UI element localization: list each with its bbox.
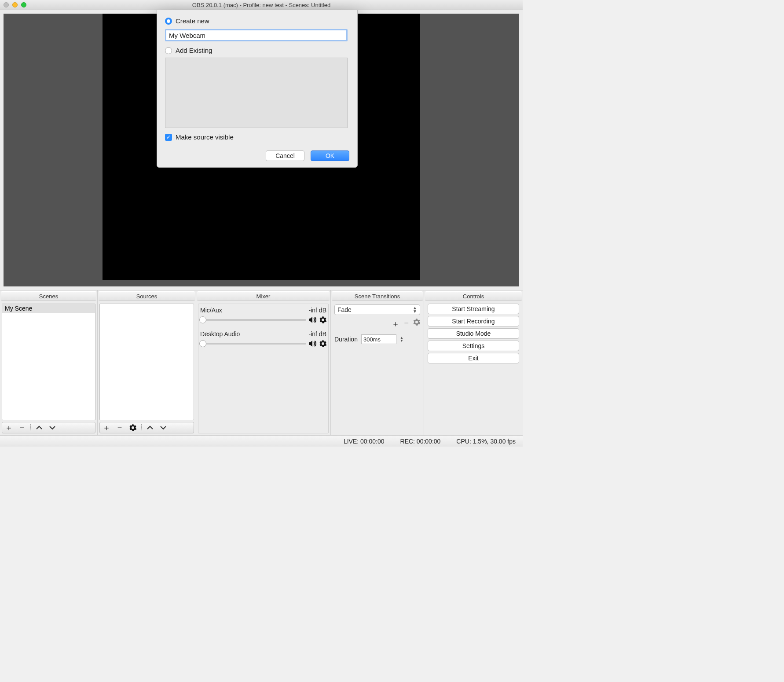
mixer-channel-level: -inf dB bbox=[309, 330, 326, 337]
scenes-list[interactable]: My Scene bbox=[2, 304, 95, 420]
create-new-option[interactable]: Create new bbox=[165, 17, 349, 25]
status-bar: LIVE: 00:00:00 REC: 00:00:00 CPU: 1.5%, … bbox=[0, 435, 523, 447]
minus-icon: − bbox=[117, 423, 122, 433]
existing-sources-list[interactable] bbox=[165, 58, 348, 128]
chevron-down-icon bbox=[49, 425, 55, 430]
source-name-input[interactable] bbox=[165, 29, 348, 41]
add-existing-option[interactable]: Add Existing bbox=[165, 47, 349, 54]
mixer-channel: Mic/Aux -inf dB bbox=[200, 307, 326, 323]
chevron-down-icon bbox=[160, 425, 166, 430]
transitions-panel: Scene Transitions Fade ▲▼ ＋ − Duration 3… bbox=[331, 290, 424, 435]
close-window-button[interactable] bbox=[4, 2, 9, 7]
add-transition-button[interactable]: ＋ bbox=[392, 319, 399, 329]
create-source-dialog: Create new Add Existing ✓ Make source vi… bbox=[157, 10, 358, 168]
cancel-button[interactable]: Cancel bbox=[266, 150, 304, 161]
minimize-window-button[interactable] bbox=[12, 2, 18, 7]
mixer-channel: Desktop Audio -inf dB bbox=[200, 330, 326, 347]
mixer-panel: Mixer Mic/Aux -inf dB Desktop Audio -inf… bbox=[196, 290, 331, 435]
speaker-icon[interactable] bbox=[309, 316, 317, 323]
mixer-channel-level: -inf dB bbox=[309, 307, 326, 314]
mixer-volume-slider[interactable] bbox=[200, 319, 306, 321]
scenes-header: Scenes bbox=[1, 291, 96, 301]
gear-icon[interactable] bbox=[319, 316, 326, 323]
slider-thumb[interactable] bbox=[199, 316, 206, 323]
spinner-down[interactable]: ▼ bbox=[400, 339, 403, 342]
make-visible-checkbox[interactable]: ✓ Make source visible bbox=[165, 133, 349, 141]
scenes-toolbar: ＋ − bbox=[2, 422, 95, 433]
remove-transition-button[interactable]: − bbox=[404, 319, 409, 328]
titlebar: OBS 20.0.1 (mac) - Profile: new test - S… bbox=[0, 0, 523, 10]
scene-up-button[interactable] bbox=[33, 422, 46, 433]
separator bbox=[30, 424, 31, 431]
source-properties-button[interactable] bbox=[126, 422, 139, 433]
sources-toolbar: ＋ − bbox=[99, 422, 194, 433]
remove-source-button[interactable]: − bbox=[113, 422, 126, 433]
slider-thumb[interactable] bbox=[199, 340, 206, 347]
chevron-up-icon bbox=[36, 425, 42, 430]
controls-panel: Controls Start Streaming Start Recording… bbox=[424, 290, 523, 435]
scene-down-button[interactable] bbox=[46, 422, 59, 433]
transition-selected: Fade bbox=[337, 306, 352, 313]
sources-panel: Sources ＋ − bbox=[98, 290, 196, 435]
mixer-channel-name: Mic/Aux bbox=[200, 307, 222, 314]
radio-unselected-icon bbox=[165, 47, 172, 54]
radio-selected-icon bbox=[165, 18, 172, 25]
transitions-header: Scene Transitions bbox=[332, 291, 423, 301]
status-cpu: CPU: 1.5%, 30.00 fps bbox=[456, 438, 516, 445]
exit-button[interactable]: Exit bbox=[428, 353, 519, 363]
add-scene-button[interactable]: ＋ bbox=[2, 422, 15, 433]
ok-button[interactable]: OK bbox=[311, 150, 349, 161]
status-rec: REC: 00:00:00 bbox=[400, 438, 441, 445]
select-arrows-icon: ▲▼ bbox=[413, 306, 417, 313]
mixer-volume-slider[interactable] bbox=[200, 343, 306, 345]
mixer-channel-name: Desktop Audio bbox=[200, 330, 240, 337]
add-existing-label: Add Existing bbox=[176, 47, 212, 54]
create-new-label: Create new bbox=[176, 17, 209, 25]
duration-value: 300ms bbox=[363, 336, 381, 343]
remove-scene-button[interactable]: − bbox=[15, 422, 29, 433]
minus-icon: − bbox=[20, 423, 25, 433]
scenes-panel: Scenes My Scene ＋ − bbox=[0, 290, 98, 435]
status-live: LIVE: 00:00:00 bbox=[344, 438, 385, 445]
controls-header: Controls bbox=[425, 291, 522, 301]
separator bbox=[141, 424, 142, 431]
scene-item[interactable]: My Scene bbox=[2, 304, 95, 313]
plus-icon: ＋ bbox=[392, 319, 399, 329]
source-down-button[interactable] bbox=[157, 422, 170, 433]
add-source-button[interactable]: ＋ bbox=[100, 422, 113, 433]
settings-button[interactable]: Settings bbox=[428, 341, 519, 351]
start-recording-button[interactable]: Start Recording bbox=[428, 316, 519, 326]
gear-icon bbox=[413, 319, 420, 326]
transition-select[interactable]: Fade ▲▼ bbox=[334, 304, 420, 315]
plus-icon: ＋ bbox=[103, 422, 110, 433]
minus-icon: − bbox=[404, 319, 409, 328]
chevron-up-icon bbox=[147, 425, 153, 430]
checkbox-checked-icon: ✓ bbox=[165, 134, 172, 141]
duration-spinner[interactable]: 300ms bbox=[361, 334, 396, 344]
sources-header: Sources bbox=[99, 291, 195, 301]
studio-mode-button[interactable]: Studio Mode bbox=[428, 328, 519, 339]
mixer-header: Mixer bbox=[197, 291, 330, 301]
duration-label: Duration bbox=[334, 336, 358, 343]
speaker-icon[interactable] bbox=[309, 340, 317, 347]
gear-icon[interactable] bbox=[319, 340, 326, 347]
window-controls bbox=[4, 2, 26, 7]
source-up-button[interactable] bbox=[143, 422, 157, 433]
make-visible-label: Make source visible bbox=[176, 133, 234, 141]
start-streaming-button[interactable]: Start Streaming bbox=[428, 304, 519, 314]
gear-icon bbox=[129, 424, 136, 431]
sources-list[interactable] bbox=[99, 304, 194, 420]
window-title: OBS 20.0.1 (mac) - Profile: new test - S… bbox=[192, 2, 330, 8]
plus-icon: ＋ bbox=[5, 422, 13, 433]
panels-row: Scenes My Scene ＋ − Sources ＋ − bbox=[0, 290, 523, 435]
maximize-window-button[interactable] bbox=[21, 2, 26, 7]
transition-properties-button[interactable] bbox=[413, 319, 420, 326]
